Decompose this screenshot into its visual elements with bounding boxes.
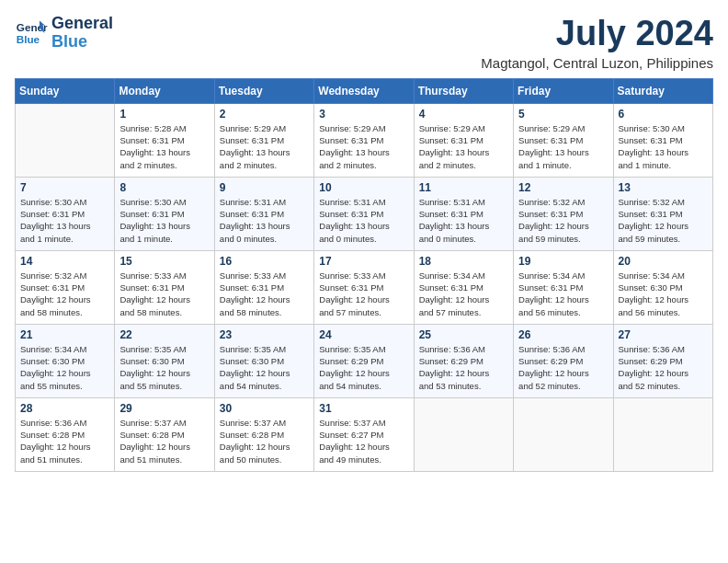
calendar-cell xyxy=(613,397,712,471)
day-number: 19 xyxy=(518,255,608,268)
day-number: 1 xyxy=(119,108,209,121)
calendar-cell: 10Sunrise: 5:31 AM Sunset: 6:31 PM Dayli… xyxy=(314,177,414,250)
calendar-cell: 12Sunrise: 5:32 AM Sunset: 6:31 PM Dayli… xyxy=(514,177,613,250)
day-number: 7 xyxy=(20,181,109,194)
cell-info: Sunrise: 5:30 AM Sunset: 6:31 PM Dayligh… xyxy=(119,196,209,245)
calendar-cell: 5Sunrise: 5:29 AM Sunset: 6:31 PM Daylig… xyxy=(514,103,613,177)
day-number: 11 xyxy=(419,181,508,194)
svg-text:Blue: Blue xyxy=(17,33,40,45)
cell-info: Sunrise: 5:29 AM Sunset: 6:31 PM Dayligh… xyxy=(518,122,608,171)
cell-info: Sunrise: 5:35 AM Sunset: 6:30 PM Dayligh… xyxy=(119,343,209,392)
cell-info: Sunrise: 5:34 AM Sunset: 6:31 PM Dayligh… xyxy=(419,270,508,318)
cell-info: Sunrise: 5:36 AM Sunset: 6:29 PM Dayligh… xyxy=(619,343,708,392)
day-number: 21 xyxy=(20,328,109,341)
calendar-week-1: 1Sunrise: 5:28 AM Sunset: 6:31 PM Daylig… xyxy=(16,103,713,177)
cell-info: Sunrise: 5:34 AM Sunset: 6:30 PM Dayligh… xyxy=(619,270,708,318)
calendar-cell: 21Sunrise: 5:34 AM Sunset: 6:30 PM Dayli… xyxy=(16,324,115,397)
day-number: 5 xyxy=(518,108,608,121)
calendar-cell: 31Sunrise: 5:37 AM Sunset: 6:27 PM Dayli… xyxy=(314,397,414,471)
cell-info: Sunrise: 5:31 AM Sunset: 6:31 PM Dayligh… xyxy=(220,196,309,245)
page-header: General Blue General Blue July 2024 Magt… xyxy=(15,15,713,71)
day-number: 13 xyxy=(619,181,708,194)
day-number: 27 xyxy=(619,328,708,341)
calendar-cell: 30Sunrise: 5:37 AM Sunset: 6:28 PM Dayli… xyxy=(214,397,313,471)
day-number: 15 xyxy=(119,255,209,268)
calendar-cell: 11Sunrise: 5:31 AM Sunset: 6:31 PM Dayli… xyxy=(414,177,513,250)
calendar-cell: 24Sunrise: 5:35 AM Sunset: 6:29 PM Dayli… xyxy=(314,324,414,397)
cell-info: Sunrise: 5:31 AM Sunset: 6:31 PM Dayligh… xyxy=(419,196,508,245)
cell-info: Sunrise: 5:28 AM Sunset: 6:31 PM Dayligh… xyxy=(119,122,209,171)
cell-info: Sunrise: 5:35 AM Sunset: 6:29 PM Dayligh… xyxy=(319,343,408,392)
calendar-cell: 22Sunrise: 5:35 AM Sunset: 6:30 PM Dayli… xyxy=(115,324,214,397)
day-number: 12 xyxy=(518,181,608,194)
calendar-cell: 7Sunrise: 5:30 AM Sunset: 6:31 PM Daylig… xyxy=(16,177,115,250)
cell-info: Sunrise: 5:32 AM Sunset: 6:31 PM Dayligh… xyxy=(20,270,109,318)
calendar-week-2: 7Sunrise: 5:30 AM Sunset: 6:31 PM Daylig… xyxy=(16,177,713,250)
calendar-cell: 26Sunrise: 5:36 AM Sunset: 6:29 PM Dayli… xyxy=(514,324,613,397)
day-number: 23 xyxy=(220,328,309,341)
cell-info: Sunrise: 5:36 AM Sunset: 6:28 PM Dayligh… xyxy=(20,417,109,465)
weekday-header-sunday: Sunday xyxy=(16,78,115,103)
cell-info: Sunrise: 5:33 AM Sunset: 6:31 PM Dayligh… xyxy=(220,270,309,318)
cell-info: Sunrise: 5:36 AM Sunset: 6:29 PM Dayligh… xyxy=(419,343,508,392)
calendar-cell: 3Sunrise: 5:29 AM Sunset: 6:31 PM Daylig… xyxy=(314,103,414,177)
cell-info: Sunrise: 5:34 AM Sunset: 6:31 PM Dayligh… xyxy=(518,270,608,318)
calendar-cell: 14Sunrise: 5:32 AM Sunset: 6:31 PM Dayli… xyxy=(16,250,115,324)
calendar-cell: 17Sunrise: 5:33 AM Sunset: 6:31 PM Dayli… xyxy=(314,250,414,324)
location-title: Magtangol, Central Luzon, Philippines xyxy=(481,55,713,71)
day-number: 16 xyxy=(220,255,309,268)
title-block: July 2024 Magtangol, Central Luzon, Phil… xyxy=(481,15,713,71)
day-number: 3 xyxy=(319,108,408,121)
cell-info: Sunrise: 5:33 AM Sunset: 6:31 PM Dayligh… xyxy=(119,270,209,318)
day-number: 2 xyxy=(220,108,309,121)
calendar-table: SundayMondayTuesdayWednesdayThursdayFrid… xyxy=(15,78,713,472)
day-number: 25 xyxy=(419,328,508,341)
calendar-cell: 16Sunrise: 5:33 AM Sunset: 6:31 PM Dayli… xyxy=(214,250,313,324)
weekday-header-wednesday: Wednesday xyxy=(314,78,414,103)
weekday-header-thursday: Thursday xyxy=(414,78,513,103)
calendar-cell: 18Sunrise: 5:34 AM Sunset: 6:31 PM Dayli… xyxy=(414,250,513,324)
day-number: 31 xyxy=(319,402,408,415)
day-number: 9 xyxy=(220,181,309,194)
logo: General Blue General Blue xyxy=(15,15,113,52)
calendar-header: SundayMondayTuesdayWednesdayThursdayFrid… xyxy=(16,78,713,103)
calendar-cell xyxy=(514,397,613,471)
calendar-cell: 4Sunrise: 5:29 AM Sunset: 6:31 PM Daylig… xyxy=(414,103,513,177)
calendar-cell xyxy=(16,103,115,177)
calendar-cell: 20Sunrise: 5:34 AM Sunset: 6:30 PM Dayli… xyxy=(613,250,712,324)
calendar-cell: 23Sunrise: 5:35 AM Sunset: 6:30 PM Dayli… xyxy=(214,324,313,397)
calendar-cell xyxy=(414,397,513,471)
cell-info: Sunrise: 5:34 AM Sunset: 6:30 PM Dayligh… xyxy=(20,343,109,392)
day-number: 20 xyxy=(619,255,708,268)
cell-info: Sunrise: 5:29 AM Sunset: 6:31 PM Dayligh… xyxy=(220,122,309,171)
cell-info: Sunrise: 5:30 AM Sunset: 6:31 PM Dayligh… xyxy=(20,196,109,245)
day-number: 10 xyxy=(319,181,408,194)
cell-info: Sunrise: 5:33 AM Sunset: 6:31 PM Dayligh… xyxy=(319,270,408,318)
calendar-cell: 9Sunrise: 5:31 AM Sunset: 6:31 PM Daylig… xyxy=(214,177,313,250)
month-title: July 2024 xyxy=(481,15,713,53)
day-number: 30 xyxy=(220,402,309,415)
cell-info: Sunrise: 5:37 AM Sunset: 6:28 PM Dayligh… xyxy=(220,417,309,465)
calendar-cell: 19Sunrise: 5:34 AM Sunset: 6:31 PM Dayli… xyxy=(514,250,613,324)
day-number: 6 xyxy=(619,108,708,121)
calendar-cell: 13Sunrise: 5:32 AM Sunset: 6:31 PM Dayli… xyxy=(613,177,712,250)
cell-info: Sunrise: 5:30 AM Sunset: 6:31 PM Dayligh… xyxy=(619,122,708,171)
day-number: 24 xyxy=(319,328,408,341)
weekday-header-row: SundayMondayTuesdayWednesdayThursdayFrid… xyxy=(16,78,713,103)
calendar-cell: 6Sunrise: 5:30 AM Sunset: 6:31 PM Daylig… xyxy=(613,103,712,177)
day-number: 18 xyxy=(419,255,508,268)
calendar-week-4: 21Sunrise: 5:34 AM Sunset: 6:30 PM Dayli… xyxy=(16,324,713,397)
cell-info: Sunrise: 5:37 AM Sunset: 6:28 PM Dayligh… xyxy=(119,417,209,465)
calendar-cell: 25Sunrise: 5:36 AM Sunset: 6:29 PM Dayli… xyxy=(414,324,513,397)
cell-info: Sunrise: 5:32 AM Sunset: 6:31 PM Dayligh… xyxy=(619,196,708,245)
calendar-cell: 8Sunrise: 5:30 AM Sunset: 6:31 PM Daylig… xyxy=(115,177,214,250)
calendar-week-3: 14Sunrise: 5:32 AM Sunset: 6:31 PM Dayli… xyxy=(16,250,713,324)
cell-info: Sunrise: 5:36 AM Sunset: 6:29 PM Dayligh… xyxy=(518,343,608,392)
calendar-cell: 28Sunrise: 5:36 AM Sunset: 6:28 PM Dayli… xyxy=(16,397,115,471)
calendar-cell: 1Sunrise: 5:28 AM Sunset: 6:31 PM Daylig… xyxy=(115,103,214,177)
weekday-header-monday: Monday xyxy=(115,78,214,103)
day-number: 17 xyxy=(319,255,408,268)
logo-text: General Blue xyxy=(51,15,113,52)
day-number: 29 xyxy=(119,402,209,415)
cell-info: Sunrise: 5:31 AM Sunset: 6:31 PM Dayligh… xyxy=(319,196,408,245)
